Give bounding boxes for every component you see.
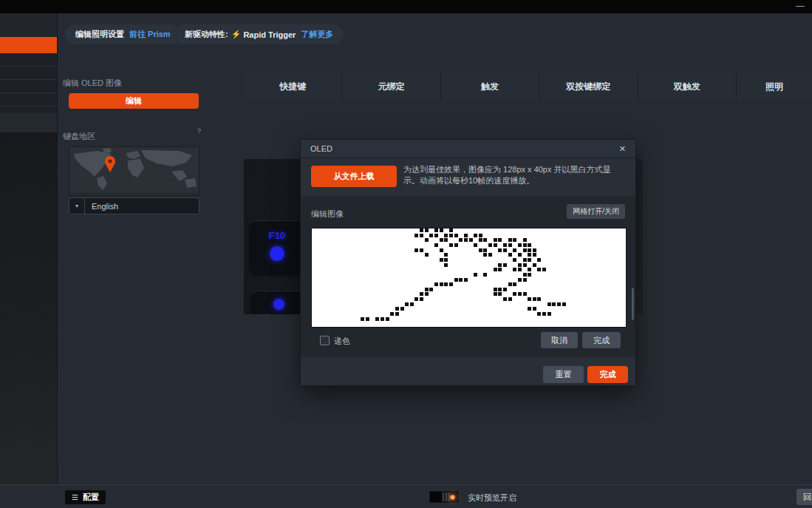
tab-dual-trigger[interactable]: 双触发 — [638, 72, 737, 101]
language-value: English — [85, 202, 118, 211]
nav-item[interactable] — [0, 53, 57, 67]
dialog-footer: 重置 完成 — [301, 357, 635, 387]
config-button[interactable]: ☰ 配置 — [65, 490, 106, 504]
keycap-oled-icon — [270, 246, 284, 261]
os-title-bar: — — [0, 0, 812, 13]
back-button[interactable]: 回到 — [796, 489, 812, 505]
live-preview-toggle[interactable] — [429, 490, 460, 504]
editor-cancel-button[interactable]: 取消 — [541, 332, 578, 348]
oled-panel-title: 编辑 OLED 图像 — [63, 78, 122, 89]
dialog-title-bar: OLED ✕ — [301, 140, 635, 158]
editor-section: 编辑图像 网格打开/关闭 递色 取消 完成 — [301, 197, 635, 357]
nav-selected-item[interactable] — [0, 37, 57, 53]
editor-title: 编辑图像 — [311, 209, 344, 220]
toggle-stripes — [443, 492, 450, 501]
status-bar: ☰ 配置 实时预览开启 回到 — [0, 484, 812, 508]
language-dropdown[interactable]: ▾ English — [69, 197, 199, 214]
tab-dual-key-binding[interactable]: 双按键绑定 — [539, 72, 638, 101]
grid-toggle-button[interactable]: 网格打开/关闭 — [567, 204, 625, 219]
config-label: 配置 — [83, 492, 99, 503]
new-feature-prefix: 新驱动特性: — [185, 29, 228, 40]
dialog-scrollbar[interactable] — [632, 288, 634, 320]
tab-trigger[interactable]: 触发 — [441, 72, 539, 101]
lighting-settings-label: 编辑照明设置 — [75, 29, 124, 40]
keycap-f10[interactable]: F10 — [250, 220, 304, 274]
world-map-image — [69, 147, 199, 192]
learn-more-link[interactable]: 了解更多 — [301, 29, 333, 40]
region-panel-title: 键盘地区 — [63, 131, 95, 142]
upload-from-file-button[interactable]: 从文件上载 — [311, 166, 397, 187]
close-icon[interactable]: ✕ — [619, 144, 626, 154]
nav-device-image — [0, 132, 57, 484]
editor-done-button[interactable]: 完成 — [582, 332, 621, 348]
list-icon: ☰ — [72, 494, 78, 501]
binding-tab-bar: 快捷键 元绑定 触发 双按键绑定 双触发 照明 — [244, 72, 812, 101]
new-feature-badge: 新驱动特性: ⚡ Rapid Trigger 了解更多 — [174, 24, 344, 44]
keycap-partial[interactable] — [251, 291, 306, 314]
lighting-settings-badge: 编辑照明设置 前往 Prism — [65, 24, 181, 44]
upload-description: 为达到最佳效果，图像应为 128px x 40px 并以黑白方式显示。动画将以每… — [403, 164, 627, 186]
dialog-title: OLED — [310, 144, 332, 153]
minimize-icon[interactable]: — — [796, 1, 805, 11]
go-to-prism-link[interactable]: 前往 Prism — [129, 29, 171, 40]
tab-shortcut[interactable]: 快捷键 — [244, 72, 342, 101]
reset-button[interactable]: 重置 — [543, 366, 584, 383]
app-window: — 编辑照明设置 前往 Prism 新驱动特性: ⚡ Rapid Trigger… — [0, 0, 812, 508]
nav-item-alt[interactable] — [0, 113, 57, 132]
chevron-down-icon: ▾ — [69, 198, 85, 214]
left-nav-strip — [0, 13, 58, 484]
dialog-done-button[interactable]: 完成 — [587, 366, 628, 383]
nav-item-list — [0, 53, 57, 113]
nav-item[interactable] — [0, 93, 57, 106]
oled-canvas[interactable] — [311, 228, 627, 328]
dither-checkbox[interactable] — [320, 336, 330, 345]
feature-name: Rapid Trigger — [243, 30, 296, 39]
oled-dialog: OLED ✕ 从文件上载 为达到最佳效果，图像应为 128px x 40px 并… — [300, 139, 636, 386]
nav-item[interactable] — [0, 80, 57, 93]
keycap-f10-label: F10 — [250, 230, 304, 241]
tab-lighting[interactable]: 照明 — [737, 72, 812, 101]
live-preview-label: 实时预览开启 — [468, 492, 516, 504]
edit-oled-button[interactable]: 编辑 — [69, 93, 199, 109]
dither-label: 递色 — [334, 336, 350, 347]
lightning-icon: ⚡ — [231, 30, 242, 39]
toggle-knob — [430, 492, 441, 502]
keycap-partial-icon — [273, 299, 284, 310]
tab-meta-binding[interactable]: 元绑定 — [342, 72, 440, 101]
toggle-led-icon — [450, 495, 455, 500]
nav-item[interactable] — [0, 67, 57, 80]
world-map — [69, 146, 199, 196]
help-icon[interactable]: ? — [197, 127, 201, 135]
upload-section: 从文件上载 为达到最佳效果，图像应为 128px x 40px 并以黑白方式显示… — [301, 158, 635, 197]
